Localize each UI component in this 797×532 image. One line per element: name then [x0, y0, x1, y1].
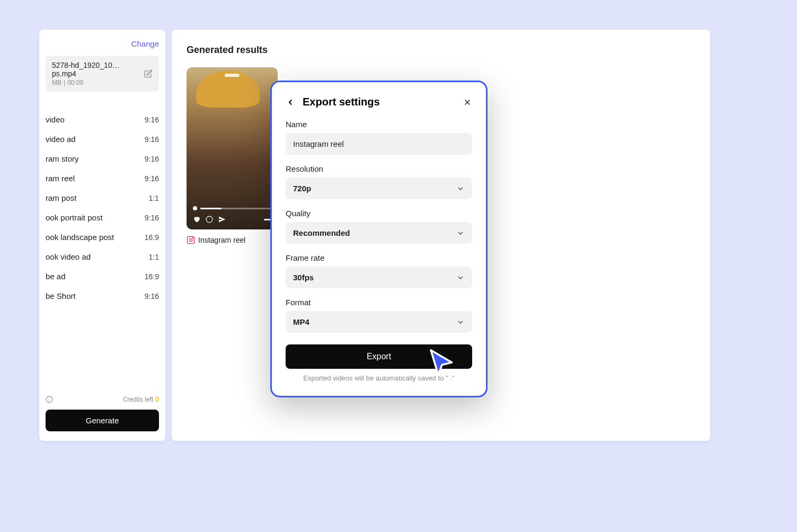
- credits-value: 0: [155, 396, 159, 403]
- info-icon[interactable]: [46, 396, 53, 403]
- preset-label: ook landscape post: [46, 233, 114, 242]
- chevron-down-icon: [456, 184, 465, 193]
- preset-row[interactable]: ram post1:1: [46, 188, 159, 208]
- chevron-down-icon: [456, 273, 465, 282]
- preset-ratio: 16:9: [145, 272, 159, 281]
- generate-button[interactable]: Generate: [46, 410, 159, 431]
- preset-label: ook video ad: [46, 252, 91, 261]
- back-icon[interactable]: [286, 97, 295, 107]
- preset-row[interactable]: ook landscape post16:9: [46, 227, 159, 247]
- chevron-down-icon: [456, 318, 465, 326]
- preset-label: ook portrait post: [46, 213, 103, 222]
- preset-ratio: 9:16: [145, 174, 159, 183]
- resolution-select[interactable]: 720p: [286, 178, 472, 199]
- preset-label: video: [46, 115, 65, 124]
- edit-icon[interactable]: [144, 69, 153, 78]
- preset-row[interactable]: ook video ad1:1: [46, 247, 159, 267]
- result-card[interactable]: Instagram reel: [187, 67, 278, 244]
- svg-point-6: [192, 237, 193, 238]
- preset-row[interactable]: video9:16: [46, 110, 159, 129]
- export-hint: Exported videos will be automatically sa…: [286, 374, 472, 382]
- file-pill[interactable]: 5278-hd_1920_10… ps.mp4 MB|00:09: [46, 56, 159, 92]
- preset-row[interactable]: ram reel9:16: [46, 169, 159, 188]
- quality-select[interactable]: Recommended: [286, 222, 472, 244]
- format-select[interactable]: MP4: [286, 311, 472, 333]
- preset-label: video ad: [46, 135, 76, 144]
- export-settings-modal: Export settings Name Resolution 720p Qua…: [270, 81, 488, 397]
- change-link[interactable]: Change: [46, 39, 159, 48]
- credits-label: Credits left: [123, 396, 153, 403]
- name-input[interactable]: [286, 133, 472, 155]
- comment-icon: [206, 216, 213, 223]
- preset-label: ram post: [46, 193, 76, 202]
- close-icon[interactable]: [463, 97, 472, 107]
- file-name: 5278-hd_1920_10… ps.mp4: [52, 61, 144, 78]
- preset-ratio: 9:16: [145, 214, 159, 222]
- result-thumbnail[interactable]: [187, 67, 278, 229]
- preset-label: be Short: [46, 291, 76, 300]
- modal-title: Export settings: [303, 96, 455, 108]
- sidebar: Change 5278-hd_1920_10… ps.mp4 MB|00:09 …: [39, 30, 165, 441]
- preset-label: ram reel: [46, 174, 75, 183]
- framerate-label: Frame rate: [286, 253, 472, 262]
- preset-ratio: 16:9: [145, 233, 159, 242]
- heart-icon: [193, 216, 200, 223]
- preset-row[interactable]: be Short9:16: [46, 286, 159, 306]
- result-label-text: Instagram reel: [198, 236, 245, 244]
- quality-label: Quality: [286, 209, 472, 218]
- file-meta: MB|00:09: [52, 79, 144, 86]
- framerate-select[interactable]: 30fps: [286, 267, 472, 288]
- name-label: Name: [286, 120, 472, 129]
- preset-label: ram story: [46, 154, 79, 163]
- preset-ratio: 1:1: [149, 253, 159, 261]
- svg-point-3: [206, 216, 212, 223]
- preset-row[interactable]: video ad9:16: [46, 129, 159, 149]
- chevron-down-icon: [456, 229, 465, 237]
- send-icon: [218, 216, 226, 223]
- resolution-label: Resolution: [286, 164, 472, 173]
- results-heading: Generated results: [187, 45, 695, 56]
- format-label: Format: [286, 298, 472, 307]
- preset-ratio: 9:16: [145, 116, 159, 124]
- export-button[interactable]: Export: [286, 344, 472, 369]
- instagram-icon: [187, 236, 195, 244]
- preset-ratio: 1:1: [149, 194, 159, 202]
- preset-ratio: 9:16: [145, 155, 159, 163]
- preset-ratio: 9:16: [145, 292, 159, 300]
- preset-row[interactable]: be ad16:9: [46, 267, 159, 286]
- preset-row[interactable]: ram story9:16: [46, 149, 159, 169]
- preset-label: be ad: [46, 272, 66, 281]
- preset-row[interactable]: ook portrait post9:16: [46, 208, 159, 227]
- preset-ratio: 9:16: [145, 135, 159, 144]
- svg-point-5: [189, 238, 192, 241]
